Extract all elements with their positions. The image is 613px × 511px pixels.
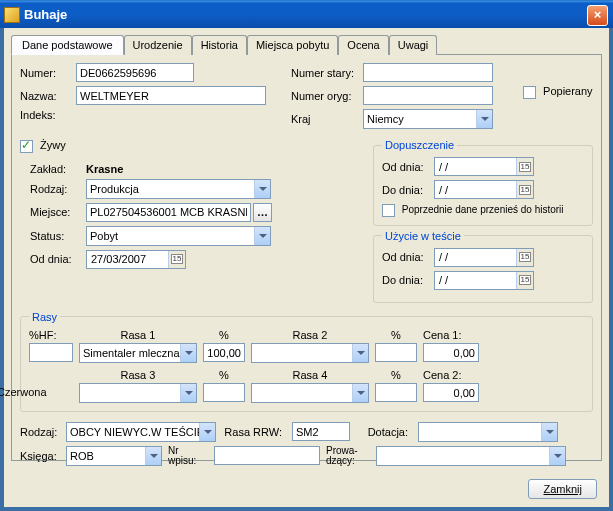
rasa2-select[interactable]: [251, 343, 369, 363]
zamknij-button[interactable]: Zamknij: [528, 479, 597, 499]
tab-historia[interactable]: Historia: [192, 35, 247, 55]
miejsce-input[interactable]: [86, 203, 251, 222]
chevron-down-icon: [476, 110, 492, 128]
titlebar: Buhaje ×: [0, 0, 613, 28]
nazwa-input[interactable]: [76, 86, 266, 105]
chevron-down-icon: [541, 423, 557, 441]
pct4-label: %: [375, 369, 417, 381]
dop-do-input[interactable]: / /: [434, 180, 534, 199]
window-title: Buhaje: [24, 7, 67, 22]
hf-label: %HF:: [29, 329, 73, 341]
uz-do-input[interactable]: / /: [434, 271, 534, 290]
checkbox-icon: [523, 86, 536, 99]
app-icon: [4, 7, 20, 23]
popierany-label: Popierany: [543, 85, 593, 97]
tab-ocena[interactable]: Ocena: [338, 35, 388, 55]
chevron-down-icon: [254, 227, 270, 245]
calendar-icon[interactable]: [516, 249, 533, 266]
nr-wpisu-input[interactable]: [214, 446, 320, 465]
nazwa-label: Nazwa:: [20, 90, 76, 102]
kraj-value: Niemcy: [367, 113, 404, 125]
dopuszczenie-legend: Dopuszczenie: [382, 139, 457, 151]
numer-stary-label: Numer stary:: [291, 67, 363, 79]
cena2-input[interactable]: [423, 383, 479, 402]
numer-stary-input[interactable]: [363, 63, 493, 82]
pct4-input[interactable]: [375, 383, 417, 402]
rasa3-select[interactable]: [79, 383, 197, 403]
miejsce-label: Miejsce:: [30, 206, 86, 218]
dopuszczenie-group: Dopuszczenie Od dnia: / / Do dnia: / /: [373, 139, 593, 226]
hf-input[interactable]: [29, 343, 73, 362]
dop-do-label: Do dnia:: [382, 184, 434, 196]
pct3-label: %: [203, 369, 245, 381]
cena1-label: Cena 1:: [423, 329, 473, 341]
rasy-legend: Rasy: [29, 311, 60, 323]
calendar-icon[interactable]: [516, 158, 533, 175]
pct2-label: %: [375, 329, 417, 341]
checkbox-icon: [382, 204, 395, 217]
rodzaj-bottom-select[interactable]: OBCY NIEWYC.W TEŚCIE: [66, 422, 216, 442]
chevron-down-icon: [199, 423, 215, 441]
rasy-group: Rasy %HF: Rasa 1 % Rasa 2 % Cena 1: Sime…: [20, 311, 593, 412]
uz-od-input[interactable]: / /: [434, 248, 534, 267]
kraj-select[interactable]: Niemcy: [363, 109, 493, 129]
calendar-icon[interactable]: [516, 181, 533, 198]
prowadzacy-select[interactable]: [376, 446, 566, 466]
rasa-rrw-input[interactable]: [292, 422, 350, 441]
checkbox-icon: [20, 140, 33, 153]
rasa4-select[interactable]: [251, 383, 369, 403]
pct1-input[interactable]: [203, 343, 245, 362]
rodzaj-zywy-select[interactable]: Produkcja: [86, 179, 271, 199]
od-dnia-zywy-label: Od dnia:: [30, 253, 86, 265]
od-dnia-zywy-input[interactable]: 27/03/2007: [86, 250, 186, 269]
nr-wpisu-label: Nr wpisu:: [168, 446, 208, 466]
indeks-label: Indeks:: [20, 109, 76, 121]
chevron-down-icon: [180, 344, 196, 362]
pct1-label: %: [203, 329, 245, 341]
chevron-down-icon: [352, 344, 368, 362]
tab-page: Numer: Nazwa: Indeks: Numer stary: Numer: [11, 55, 602, 461]
numer-input[interactable]: [76, 63, 194, 82]
czerwona-check[interactable]: Czerwona: [0, 386, 73, 400]
status-label: Status:: [30, 230, 86, 242]
cena1-input[interactable]: [423, 343, 479, 362]
rasa1-label: Rasa 1: [79, 329, 197, 341]
tab-urodzenie[interactable]: Urodzenie: [124, 35, 192, 55]
zywy-check[interactable]: Żywy: [20, 139, 66, 153]
chevron-down-icon: [180, 384, 196, 402]
dop-od-label: Od dnia:: [382, 161, 434, 173]
chevron-down-icon: [145, 447, 161, 465]
rodzaj-zywy-label: Rodzaj:: [30, 183, 86, 195]
uz-do-label: Do dnia:: [382, 274, 434, 286]
numer-oryg-label: Numer oryg:: [291, 90, 363, 102]
tab-uwagi[interactable]: Uwagi: [389, 35, 438, 55]
dop-od-input[interactable]: / /: [434, 157, 534, 176]
ksiega-select[interactable]: ROB: [66, 446, 162, 466]
popierany-check[interactable]: Popierany: [523, 85, 593, 97]
pct2-input[interactable]: [375, 343, 417, 362]
calendar-icon[interactable]: [516, 272, 533, 289]
uzycie-group: Użycie w teście Od dnia: / / Do dnia: / …: [373, 230, 593, 303]
rasa1-select[interactable]: Simentaler mleczna: [79, 343, 197, 363]
miejsce-browse-button[interactable]: …: [253, 203, 272, 222]
kraj-label: Kraj: [291, 113, 363, 125]
poprzednie-check[interactable]: Poprzednie dane przenieś do historii: [382, 204, 564, 215]
pct3-input[interactable]: [203, 383, 245, 402]
uz-od-label: Od dnia:: [382, 251, 434, 263]
dotacja-label: Dotacja:: [356, 426, 412, 438]
zaklad-value: Krasne: [86, 163, 123, 175]
tab-miejsca-pobytu[interactable]: Miejsca pobytu: [247, 35, 338, 55]
chevron-down-icon: [549, 447, 565, 465]
status-select[interactable]: Pobyt: [86, 226, 271, 246]
dotacja-select[interactable]: [418, 422, 558, 442]
numer-oryg-input[interactable]: [363, 86, 493, 105]
rasa2-label: Rasa 2: [251, 329, 369, 341]
tab-dane-podstawowe[interactable]: Dane podstawowe: [11, 35, 124, 55]
chevron-down-icon: [352, 384, 368, 402]
tab-bar: Dane podstawowe Urodzenie Historia Miejs…: [11, 34, 602, 55]
window-body: Dane podstawowe Urodzenie Historia Miejs…: [4, 28, 609, 507]
calendar-icon[interactable]: [168, 251, 185, 268]
numer-label: Numer:: [20, 67, 76, 79]
close-button[interactable]: ×: [587, 5, 608, 26]
uzycie-legend: Użycie w teście: [382, 230, 464, 242]
